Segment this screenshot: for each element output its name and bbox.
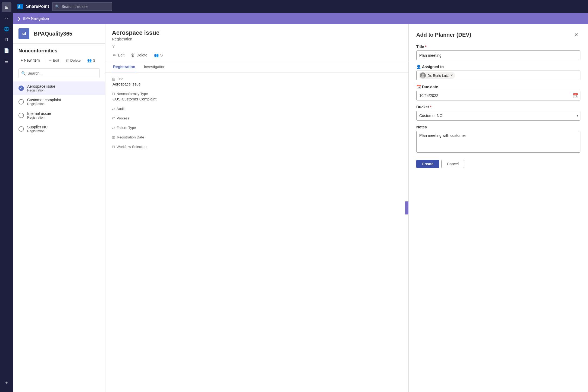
tab-registration[interactable]: Registration [112,62,136,72]
app-name: SharePoint [26,4,49,9]
list-item[interactable]: Customer complaint Registration [13,95,105,109]
bucket-label-text: Bucket [416,105,429,109]
assigned-to-label: 👤 Assigned to [416,65,580,69]
due-date-form-group: 📅 Due date 📅 [416,85,580,100]
notes-label: Notes [416,125,580,129]
detail-toolbar: ✏ Edit 🗑 Delete 👥 S [105,49,408,62]
detail-edit-label: Edit [118,53,124,57]
radio-circle [18,99,24,105]
due-date-input[interactable] [416,91,580,100]
assignee-box[interactable]: Dr. Boris Lutz ✕ [416,71,580,80]
search-box[interactable]: 🔍 Search this site [52,2,112,11]
tab-investigation[interactable]: Investigation [143,62,167,72]
list-item[interactable]: Internal ussue Registration [13,109,105,122]
notes-icon[interactable]: 🗒 [2,35,11,45]
bucket-select[interactable]: Customer NC Internal NC Supplier NC [416,111,580,121]
assigned-to-form-group: 👤 Assigned to Dr. Boris Lutz [416,65,580,80]
detail-edit-button[interactable]: ✏ Edit [112,52,126,58]
detail-share-button[interactable]: 👥 S [153,52,164,58]
search-inner-icon: 🔍 [21,71,26,75]
process-label: Process [117,116,129,120]
toolbar-divider [44,58,44,63]
field-label: ⇄ Process [112,116,402,120]
new-item-button[interactable]: + New item [18,57,42,64]
bucket-required-star: * [430,105,431,109]
assigned-to-label-text: Assigned to [422,65,444,69]
detail-fields: ▤ Title Aerospace issue ⊟ Nonconformity … [105,72,408,392]
field-label: ⇄ Audit [112,107,402,111]
nav-item-label[interactable]: BPA Navigation [23,16,49,21]
delete-label: Delete [70,58,81,62]
edit-button[interactable]: ✏ Edit [46,57,61,64]
field-label: ⊟ Nonconformity Type [112,92,402,96]
edit-label: Edit [53,58,59,62]
share-button[interactable]: 👥 S [85,57,98,64]
item-sub: Registration [27,88,55,92]
dialog-actions: Create Cancel [416,160,580,168]
item-text: Internal ussue Registration [27,111,51,119]
content-wrapper: sd BPAQuality365 Nonconformities + New i… [13,24,588,392]
field-failure-type: ⇄ Failure Type [112,126,402,130]
title-input[interactable] [416,50,580,60]
grid-icon[interactable]: ⊞ [2,2,11,12]
planner-dialog: Add to Planner (DEV) ✕ Title * 👤 Assigne… [409,24,588,392]
assignee-tag: Dr. Boris Lutz ✕ [419,72,455,79]
due-date-icon: 📅 [416,85,421,89]
delete-button[interactable]: 🗑 Delete [63,57,83,64]
detail-chevron[interactable]: ∨ [112,43,402,49]
edit-icon: ✏ [49,58,52,62]
item-text: Supplier NC Registration [27,125,48,133]
plus-icon[interactable]: + [2,378,11,388]
list-item[interactable]: Supplier NC Registration [13,122,105,136]
search-icon: 🔍 [55,4,60,9]
document-icon[interactable]: 📄 [2,46,11,55]
bucket-label: Bucket * [416,105,580,109]
app-logo: S SharePoint [16,3,49,10]
notes-textarea[interactable]: Plan meeting with customer [416,131,580,153]
item-sub: Registration [27,116,51,119]
detail-delete-button[interactable]: 🗑 Delete [130,52,148,58]
detail-share-icon: 👥 [154,53,159,57]
list-item[interactable]: Aerospace issue Registration [13,81,105,95]
home-icon[interactable]: ⌂ [2,13,11,23]
svg-point-3 [422,74,424,76]
left-panel: sd BPAQuality365 Nonconformities + New i… [13,24,105,392]
collapse-button[interactable]: ‹ [405,201,409,214]
workflow-label: Workflow Selection [117,145,146,149]
close-dialog-button[interactable]: ✕ [572,30,580,39]
item-text: Customer complaint Registration [27,98,61,106]
share-label: S [93,58,95,62]
detail-subtitle: Registration [112,37,402,41]
field-title: ▤ Title Aerospace issue [112,77,402,86]
list-icon[interactable]: ☰ [2,56,11,66]
calendar-icon[interactable]: 📅 [573,93,578,98]
assignee-remove-button[interactable]: ✕ [450,74,453,77]
nc-type-label: Nonconformity Type [117,92,148,96]
sidebar: ⊞ ⌂ 🌐 🗒 📄 ☰ + [0,0,13,392]
item-name: Internal ussue [27,111,51,116]
field-label: ⊟ Workflow Selection [112,145,402,149]
item-name: Aerospace issue [27,84,55,88]
nav-chevron: ❯ [17,16,21,21]
globe-icon[interactable]: 🌐 [2,24,11,34]
site-title: BPAQuality365 [34,31,72,37]
search-wrapper: 🔍 [18,68,100,78]
app-header: sd BPAQuality365 [13,24,105,44]
field-workflow: ⊟ Workflow Selection [112,145,402,149]
cancel-button[interactable]: Cancel [441,160,465,168]
title-required-star: * [425,45,427,49]
audit-icon: ⇄ [112,107,115,111]
share-icon: 👥 [87,58,92,62]
failure-type-label: Failure Type [117,126,136,130]
date-wrapper: 📅 [416,91,580,100]
detail-delete-icon: 🗑 [131,53,135,57]
search-input[interactable] [18,68,100,78]
create-button[interactable]: Create [416,160,439,168]
title-field-value: Aerospace issue [112,82,402,86]
sharepoint-icon: S [16,3,24,10]
bucket-form-group: Bucket * Customer NC Internal NC Supplie… [416,105,580,121]
assigned-to-icon: 👤 [416,65,421,69]
title-form-group: Title * [416,45,580,60]
list-items: Aerospace issue Registration Customer co… [13,80,105,392]
checked-radio [18,86,24,91]
